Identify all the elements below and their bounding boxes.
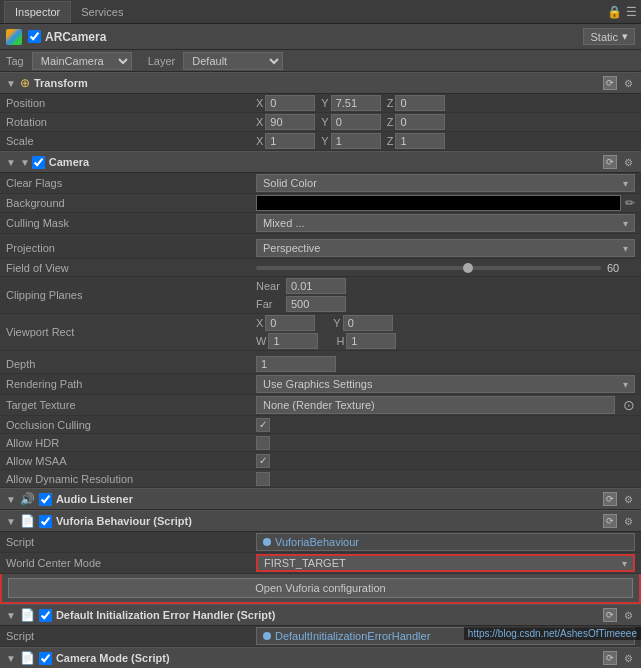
camera-mode-gear-icon[interactable]: ⚙ (621, 651, 635, 665)
audio-enabled-checkbox[interactable] (39, 493, 52, 506)
audio-listener-header[interactable]: ▼ 🔊 Audio Listener ⟳ ⚙ (0, 488, 641, 510)
open-vuforia-button[interactable]: Open Vuforia configuration (8, 578, 633, 598)
occlusion-checkbox[interactable] (256, 418, 270, 432)
vuforia-enabled-checkbox[interactable] (39, 515, 52, 528)
transform-header[interactable]: ▼ ⊕ Transform ⟳ ⚙ (0, 72, 641, 94)
menu-icon[interactable]: ☰ (626, 5, 637, 19)
vuforia-gear-icon[interactable]: ⚙ (621, 514, 635, 528)
pos-y-input[interactable] (331, 95, 381, 111)
static-dropdown-arrow[interactable]: ▾ (622, 30, 628, 43)
target-texture-text: None (Render Texture) (263, 399, 375, 411)
audio-refresh-icon[interactable]: ⟳ (603, 492, 617, 506)
camera-mode-header[interactable]: ▼ 📄 Camera Mode (Script) ⟳ ⚙ (0, 647, 641, 668)
vuforia-script-value: VuforiaBehaviour (256, 533, 635, 551)
wcm-label: World Center Mode (6, 557, 256, 569)
far-input[interactable] (286, 296, 346, 312)
target-texture-value: None (Render Texture) ⊙ (256, 396, 635, 414)
scale-y-label: Y (321, 135, 328, 147)
wcm-arrow: ▾ (622, 558, 627, 569)
vh-input[interactable] (346, 333, 396, 349)
far-label: Far (256, 298, 284, 310)
camera-expand-icon: ▼ (6, 157, 16, 168)
audio-expand-icon: ▼ (6, 494, 16, 505)
scale-z-label: Z (387, 135, 394, 147)
camera-refresh-icon[interactable]: ⟳ (603, 155, 617, 169)
vx-input[interactable] (265, 315, 315, 331)
fov-slider-thumb[interactable] (463, 263, 473, 273)
projection-dropdown[interactable]: Perspective ▾ (256, 239, 635, 257)
camera-gear-icon[interactable]: ⚙ (621, 155, 635, 169)
camera-header[interactable]: ▼ ▼ Camera ⟳ ⚙ (0, 151, 641, 173)
position-xyz: X Y Z (256, 95, 445, 111)
camera-collapse-icon: ▼ (20, 157, 30, 168)
clear-flags-dropdown[interactable]: Solid Color ▾ (256, 174, 635, 192)
target-texture-row: Target Texture None (Render Texture) ⊙ (0, 395, 641, 416)
scale-y-group: Y (321, 133, 380, 149)
rotation-row: Rotation X Y Z (0, 113, 641, 132)
transform-gear-icon[interactable]: ⚙ (621, 76, 635, 90)
audio-gear-icon[interactable]: ⚙ (621, 492, 635, 506)
pos-x-input[interactable] (265, 95, 315, 111)
hdr-checkbox[interactable] (256, 436, 270, 450)
tab-inspector[interactable]: Inspector (4, 1, 71, 23)
default-init-header[interactable]: ▼ 📄 Default Initialization Error Handler… (0, 604, 641, 626)
wcm-dropdown[interactable]: FIRST_TARGET ▾ (256, 554, 635, 572)
rendering-arrow: ▾ (623, 379, 628, 390)
viewport-value: X Y W H (256, 315, 635, 349)
projection-row: Projection Perspective ▾ (0, 238, 641, 259)
transform-section: ▼ ⊕ Transform ⟳ ⚙ Position X Y Z (0, 72, 641, 151)
vw-input[interactable] (268, 333, 318, 349)
hdr-row: Allow HDR (0, 434, 641, 452)
rot-y-input[interactable] (331, 114, 381, 130)
lock-icon[interactable]: 🔒 (607, 5, 622, 19)
vuforia-refresh-icon[interactable]: ⟳ (603, 514, 617, 528)
scale-z-input[interactable] (395, 133, 445, 149)
object-active-checkbox[interactable] (28, 30, 41, 43)
camera-mode-expand-icon: ▼ (6, 653, 16, 664)
target-texture-dropdown[interactable]: None (Render Texture) (256, 396, 615, 414)
culling-mask-value: Mixed ... ▾ (256, 214, 635, 232)
scale-x-input[interactable] (265, 133, 315, 149)
rot-x-input[interactable] (265, 114, 315, 130)
default-init-enabled-checkbox[interactable] (39, 609, 52, 622)
camera-mode-enabled-checkbox[interactable] (39, 652, 52, 665)
vh-group: H (336, 333, 396, 349)
depth-input[interactable] (256, 356, 336, 372)
fov-value-text: 60 (607, 262, 635, 274)
rot-z-input[interactable] (395, 114, 445, 130)
fov-slider-track[interactable] (256, 266, 601, 270)
rotation-label: Rotation (6, 116, 256, 128)
background-edit-icon[interactable]: ✏ (625, 196, 635, 210)
default-init-refresh-icon[interactable]: ⟳ (603, 608, 617, 622)
transform-refresh-icon[interactable]: ⟳ (603, 76, 617, 90)
scale-y-input[interactable] (331, 133, 381, 149)
default-init-gear-icon[interactable]: ⚙ (621, 608, 635, 622)
culling-mask-dropdown[interactable]: Mixed ... ▾ (256, 214, 635, 232)
layer-select[interactable]: Default (183, 52, 283, 70)
camera-enabled-checkbox[interactable] (32, 156, 45, 169)
static-badge[interactable]: Static ▾ (583, 28, 635, 45)
rendering-dropdown[interactable]: Use Graphics Settings ▾ (256, 375, 635, 393)
vuforia-script-row: Script VuforiaBehaviour (0, 532, 641, 553)
vuforia-script-ref[interactable]: VuforiaBehaviour (256, 533, 635, 551)
vy-group: Y (333, 315, 392, 331)
depth-value (256, 356, 635, 372)
pos-z-input[interactable] (395, 95, 445, 111)
dynamic-checkbox[interactable] (256, 472, 270, 486)
camera-mode-refresh-icon[interactable]: ⟳ (603, 651, 617, 665)
tag-select[interactable]: MainCamera (32, 52, 132, 70)
camera-mode-section-icons: ⟳ ⚙ (603, 651, 635, 665)
culling-mask-label: Culling Mask (6, 217, 256, 229)
target-texture-pick-icon[interactable]: ⊙ (623, 397, 635, 413)
rot-y-group: Y (321, 114, 380, 130)
near-input[interactable] (286, 278, 346, 294)
background-color-swatch[interactable] (256, 195, 621, 211)
vy-input[interactable] (343, 315, 393, 331)
tag-layer-row: Tag MainCamera Layer Default (0, 50, 641, 72)
vuforia-script-label: Script (6, 536, 256, 548)
msaa-checkbox[interactable] (256, 454, 270, 468)
position-value: X Y Z (256, 95, 635, 111)
tab-services[interactable]: Services (71, 1, 133, 23)
transform-section-icons: ⟳ ⚙ (603, 76, 635, 90)
vuforia-header[interactable]: ▼ 📄 Vuforia Behaviour (Script) ⟳ ⚙ (0, 510, 641, 532)
